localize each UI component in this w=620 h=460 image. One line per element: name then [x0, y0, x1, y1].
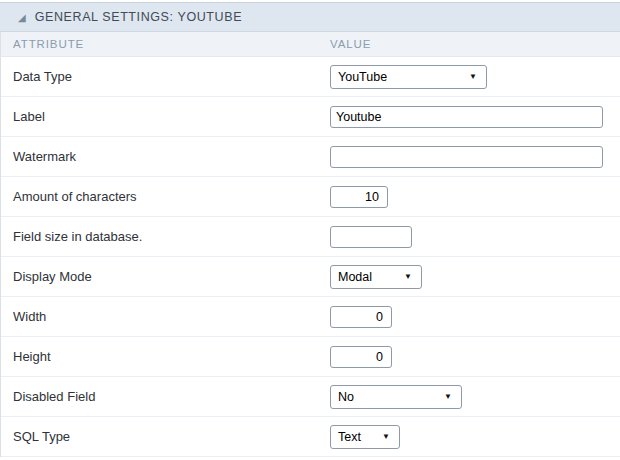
row-value [330, 306, 620, 328]
table-row: Watermark [1, 137, 620, 177]
settings-rows: Data Type YouTube▼ Label Watermark Amoun… [0, 57, 620, 457]
row-label: SQL Type [1, 429, 330, 444]
row-label: Height [1, 349, 330, 364]
table-row: Data Type YouTube▼ [1, 57, 620, 97]
attribute-column-header: ATTRIBUTE [1, 38, 330, 50]
row-label: Amount of characters [1, 189, 330, 204]
select-display-mode[interactable]: Modal▼ [330, 265, 422, 289]
select-value: No [338, 390, 354, 404]
select-disabled-field[interactable]: No▼ [330, 385, 462, 409]
table-row: SQL Type Text▼ [1, 417, 620, 457]
row-value [330, 346, 620, 368]
select-arrow-icon: ▼ [404, 272, 412, 281]
input-watermark[interactable] [330, 146, 603, 168]
row-value [330, 186, 620, 208]
select-arrow-icon: ▼ [469, 72, 477, 81]
row-value [330, 106, 620, 128]
collapse-triangle-icon: ◢ [18, 13, 26, 23]
column-header-row: ATTRIBUTE VALUE [0, 32, 620, 57]
row-label: Display Mode [1, 269, 330, 284]
input-label[interactable] [330, 106, 603, 128]
input-height[interactable] [330, 346, 392, 368]
row-label: Disabled Field [1, 389, 330, 404]
row-label: Data Type [1, 69, 330, 84]
row-label: Watermark [1, 149, 330, 164]
row-label: Label [1, 109, 330, 124]
select-arrow-icon: ▼ [444, 392, 452, 401]
table-row: Amount of characters [1, 177, 620, 217]
input-amount-of-characters[interactable] [330, 186, 388, 208]
row-value: Text▼ [330, 425, 620, 449]
panel-title: GENERAL SETTINGS: YOUTUBE [35, 10, 242, 24]
select-sql-type[interactable]: Text▼ [330, 425, 400, 449]
input-field-size-in-database[interactable] [330, 226, 412, 248]
panel-header[interactable]: ◢ GENERAL SETTINGS: YOUTUBE [0, 2, 620, 32]
row-label: Width [1, 309, 330, 324]
row-value [330, 226, 620, 248]
table-row: Disabled Field No▼ [1, 377, 620, 417]
input-width[interactable] [330, 306, 392, 328]
table-row: Display Mode Modal▼ [1, 257, 620, 297]
select-data-type[interactable]: YouTube▼ [330, 65, 487, 89]
select-value: Modal [338, 270, 372, 284]
row-value: Modal▼ [330, 265, 620, 289]
select-arrow-icon: ▼ [382, 432, 390, 441]
row-value [330, 146, 620, 168]
table-row: Height [1, 337, 620, 377]
row-label: Field size in database. [1, 229, 330, 244]
select-value: YouTube [338, 70, 387, 84]
general-settings-panel: ◢ GENERAL SETTINGS: YOUTUBE ATTRIBUTE VA… [0, 2, 620, 457]
table-row: Width [1, 297, 620, 337]
select-value: Text [338, 430, 361, 444]
table-row: Field size in database. [1, 217, 620, 257]
row-value: No▼ [330, 385, 620, 409]
table-row: Label [1, 97, 620, 137]
value-column-header: VALUE [330, 38, 620, 50]
row-value: YouTube▼ [330, 65, 620, 89]
